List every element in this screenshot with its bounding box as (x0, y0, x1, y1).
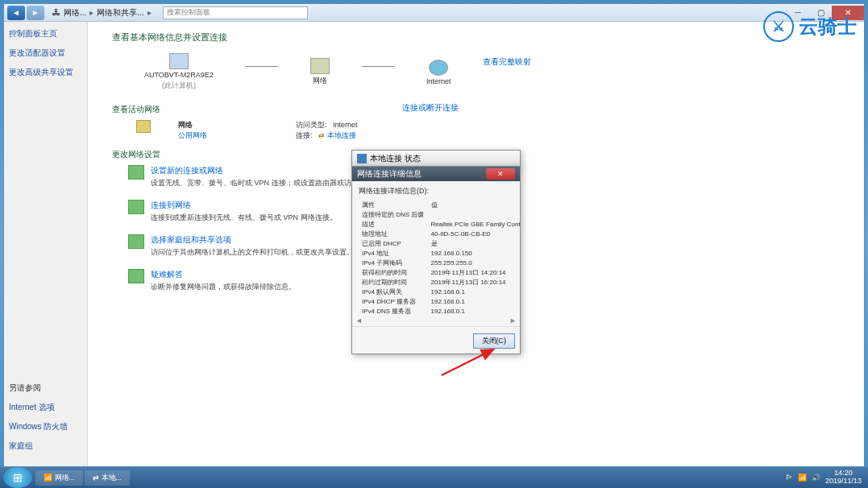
table-row: IPv4 DHCP 服务器192.168.0.1 (360, 298, 520, 306)
table-row: IPv4 子网掩码255.255.255.0 (360, 259, 520, 267)
table-row: 描述Realtek PCIe GBE Family Controlle (360, 221, 520, 229)
section-active-networks: 查看活动网络 (112, 104, 160, 115)
close-details-button[interactable]: 关闭(C) (473, 333, 516, 349)
setting-desc: 诊断并修复网络问题，或获得故障排除信息。 (151, 282, 296, 292)
taskbar-item[interactable]: ⇄ 本地... (85, 470, 130, 486)
taskbar-item[interactable]: 📶 网络... (35, 470, 83, 486)
network-icon (310, 58, 330, 74)
setting-icon (128, 269, 144, 283)
sidebar: 控制面板主页 更改适配器设置 更改高级共享设置 另请参阅 Internet 选项… (4, 22, 88, 466)
node-internet: Internet (426, 60, 451, 85)
setting-link[interactable]: 设置新的连接或网络 (151, 165, 373, 176)
nav-forward-button[interactable]: ► (27, 6, 44, 20)
status-dialog-title: 本地连接 状态 (352, 151, 520, 167)
tray-network-icon[interactable]: 📶 (798, 474, 807, 482)
logo-icon: ⚔ (763, 11, 794, 42)
network-diagram: AUTOBVT-M2RA9E2 (此计算机) 网络 Internet (112, 53, 451, 91)
setting-desc: 设置无线、宽带、拨号、临时或 VPN 连接；或设置路由器或访问点。 (151, 178, 373, 188)
table-row: IPv4 默认网关192.168.0.1 (360, 288, 520, 296)
status-dialog: 本地连接 状态 (351, 150, 521, 167)
table-row: 连接特定的 DNS 后缀 (360, 211, 520, 219)
nav-back-button[interactable]: ◄ (7, 6, 25, 20)
details-dialog: 网络连接详细信息 ✕ 网络连接详细信息(D): 属性值 连接特定的 DNS 后缀… (351, 166, 521, 354)
clock[interactable]: 14:20 2019/11/13 (825, 469, 862, 486)
dialog-close-button[interactable]: ✕ (486, 168, 515, 180)
tray-flag-icon[interactable]: 🏳 (786, 474, 793, 482)
page-title: 查看基本网络信息并设置连接 (112, 31, 840, 43)
setting-icon (128, 200, 144, 214)
sidebar-item-sharing[interactable]: 更改高级共享设置 (9, 67, 82, 78)
details-table: 属性值 连接特定的 DNS 后缀描述Realtek PCIe GBE Famil… (359, 200, 520, 315)
details-label: 网络连接详细信息(D): (359, 186, 513, 196)
taskbar: ⊞ 📶 网络... ⇄ 本地... 🏳 📶 🔊 14:20 2019/11/13 (0, 467, 868, 488)
setting-link[interactable]: 连接到网络 (151, 200, 337, 211)
search-input[interactable]: 搜索控制面板 (163, 6, 308, 19)
tray-sound-icon[interactable]: 🔊 (812, 474, 820, 482)
sidebar-footer-label: 另请参阅 (9, 383, 82, 394)
breadcrumb-item[interactable]: 网络和共享... (97, 7, 143, 19)
network-small-icon (136, 120, 151, 133)
node-network: 网络 (310, 58, 330, 86)
sidebar-item-internet-options[interactable]: Internet 选项 (9, 402, 82, 413)
breadcrumb[interactable]: 🖧 网络... ▸ 网络和共享... ▸ (48, 7, 156, 19)
computer-icon (169, 53, 189, 69)
setting-link[interactable]: 选择家庭组和共享选项 (151, 234, 354, 246)
sidebar-item-home[interactable]: 控制面板主页 (9, 28, 82, 39)
setting-desc: 连接到或重新连接到无线、有线、拨号或 VPN 网络连接。 (151, 213, 337, 223)
setting-link[interactable]: 疑难解答 (151, 269, 296, 280)
details-dialog-body: 网络连接详细信息(D): 属性值 连接特定的 DNS 后缀描述Realtek P… (352, 181, 520, 315)
connection-icon (357, 154, 367, 163)
node-this-pc: AUTOBVT-M2RA9E2 (此计算机) (144, 53, 214, 91)
sidebar-item-homegroup[interactable]: 家庭组 (9, 440, 82, 452)
sidebar-item-adapters[interactable]: 更改适配器设置 (9, 48, 82, 59)
connect-disconnect-link[interactable]: 连接或断开连接 (402, 102, 459, 114)
table-row: IPv4 地址192.168.0.150 (360, 250, 520, 258)
system-tray[interactable]: 🏳 📶 🔊 14:20 2019/11/13 (786, 469, 868, 486)
start-button[interactable]: ⊞ (3, 467, 32, 488)
breadcrumb-item[interactable]: 网络... (64, 7, 86, 19)
active-network-row: 网络 公用网络 访问类型: Internet 连接: ⇄ 本地连接 (112, 120, 840, 141)
table-row: 获得租约的时间2019年11月13日 14:20:14 (360, 269, 520, 277)
titlebar: ◄ ► 🖧 网络... ▸ 网络和共享... ▸ 搜索控制面板 ─ ▢ ✕ (4, 4, 864, 22)
setting-icon (128, 234, 144, 249)
view-full-map-link[interactable]: 查看完整映射 (483, 56, 531, 68)
local-connection-link[interactable]: 本地连接 (327, 131, 356, 139)
network-type-link[interactable]: 公用网络 (178, 131, 207, 139)
network-name: 网络 (178, 120, 207, 130)
table-row: 已启用 DHCP是 (360, 240, 520, 248)
table-row: 物理地址40-8D-5C-0B-CB-E0 (360, 230, 520, 238)
logo-watermark: ⚔ 云骑士 (763, 11, 857, 42)
table-row: IPv4 DNS 服务器192.168.0.1 (360, 308, 520, 315)
setting-desc: 访问位于其他网络计算机上的文件和打印机，或更改共享设置。 (151, 247, 354, 258)
details-dialog-titlebar[interactable]: 网络连接详细信息 ✕ (352, 167, 520, 181)
table-row: 租约过期的时间2019年11月13日 16:20:14 (360, 279, 520, 287)
globe-icon (429, 60, 448, 76)
sidebar-item-firewall[interactable]: Windows 防火墙 (9, 421, 82, 432)
scrollbar[interactable]: ◄► (352, 315, 520, 326)
setting-icon (128, 165, 144, 180)
